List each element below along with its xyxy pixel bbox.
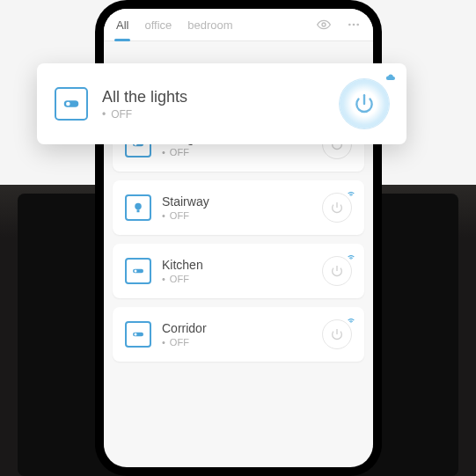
featured-power-button[interactable] (340, 79, 389, 128)
tab-office[interactable]: office (144, 18, 172, 40)
light-icon (55, 87, 88, 121)
light-icon (125, 258, 151, 284)
svg-point-3 (356, 24, 359, 26)
device-title: Stairway (162, 194, 311, 209)
wifi-icon (347, 186, 355, 201)
tab-bedroom[interactable]: bedroom (187, 18, 232, 40)
wifi-icon (347, 249, 355, 265)
svg-point-0 (322, 23, 326, 26)
featured-title: All the lights (102, 88, 326, 106)
device-status: OFF (162, 210, 311, 221)
device-card-kitchen[interactable]: Kitchen OFF (113, 244, 364, 298)
visibility-icon[interactable] (317, 18, 331, 40)
svg-point-2 (353, 24, 355, 26)
cloud-icon (385, 70, 396, 86)
tab-all[interactable]: All (116, 18, 128, 40)
svg-rect-7 (137, 209, 140, 212)
device-status: OFF (162, 274, 311, 284)
light-icon (125, 321, 151, 348)
device-card-stairway[interactable]: Stairway OFF (113, 180, 364, 235)
svg-point-1 (348, 24, 351, 26)
device-status: OFF (162, 147, 311, 157)
device-title: Corridor (162, 321, 311, 335)
svg-point-11 (135, 333, 137, 336)
device-title: Kitchen (162, 258, 311, 272)
wifi-icon (347, 312, 355, 328)
more-icon[interactable] (347, 18, 361, 40)
device-list: Living room OFF Stairway OFF (104, 110, 373, 369)
tab-bar: All office bedroom (104, 9, 373, 41)
device-card-corridor[interactable]: Corridor OFF (113, 307, 364, 362)
device-status: OFF (162, 337, 311, 348)
svg-point-9 (135, 270, 137, 273)
svg-point-13 (66, 102, 70, 106)
light-icon (125, 194, 151, 221)
svg-point-6 (135, 203, 142, 210)
featured-card[interactable]: All the lights OFF (37, 63, 406, 144)
featured-status: OFF (102, 108, 326, 121)
